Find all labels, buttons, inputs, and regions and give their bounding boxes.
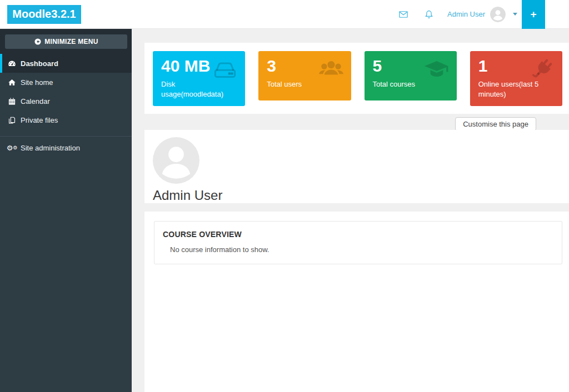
sidebar-item-label: Site home <box>21 78 53 87</box>
top-navbar: Moodle3.2.1 Admin User <box>0 0 569 29</box>
add-block-button[interactable]: + <box>522 0 545 29</box>
plug-icon <box>529 56 556 83</box>
sidebar-header: MINIMIZE MENU <box>0 29 132 54</box>
sidebar-admin-group: ⚙⚙ Site administration <box>0 136 132 157</box>
stat-card-online-users[interactable]: 1 Online users(last 5 minutes) <box>470 51 562 106</box>
sidebar-item-calendar[interactable]: Calendar <box>0 92 132 110</box>
sidebar-item-dashboard[interactable]: Dashboard <box>0 54 132 73</box>
stats-section: 40 MB Disk usage(moodledata) <box>144 43 569 114</box>
files-icon <box>7 116 17 124</box>
graduation-cap-icon <box>423 56 450 83</box>
dashboard-icon <box>7 59 17 68</box>
users-icon <box>318 56 345 83</box>
sidebar-item-label: Private files <box>21 116 58 124</box>
course-overview-title: COURSE OVERVIEW <box>163 230 553 239</box>
profile-name: Admin User <box>153 188 561 203</box>
user-menu-name[interactable]: Admin User <box>447 10 485 18</box>
course-overview-card: COURSE OVERVIEW No course information to… <box>154 221 562 264</box>
sidebar-item-label: Site administration <box>21 144 80 152</box>
sidebar-item-label: Calendar <box>21 97 50 105</box>
course-overview-section: COURSE OVERVIEW No course information to… <box>144 212 569 392</box>
course-overview-empty-message: No course information to show. <box>170 245 553 254</box>
gears-icon: ⚙⚙ <box>7 144 17 152</box>
stat-card-total-courses[interactable]: 5 Total courses <box>365 51 457 100</box>
main-content: 40 MB Disk usage(moodledata) <box>132 29 569 392</box>
page-actions-row: Customise this page <box>144 114 569 130</box>
sidebar-nav: MINIMIZE MENU Dashboard Site home <box>0 29 132 392</box>
profile-section: Admin User <box>144 130 569 203</box>
home-icon <box>7 78 17 87</box>
chevron-down-icon[interactable] <box>513 13 517 16</box>
navbar-right-cluster: Admin User + <box>398 0 569 28</box>
arrow-circle-left-icon <box>34 38 42 46</box>
notifications-icon[interactable] <box>424 9 434 19</box>
profile-avatar[interactable] <box>153 137 199 184</box>
sidebar-item-site-home[interactable]: Site home <box>0 73 132 92</box>
sidebar-item-label: Dashboard <box>21 59 58 68</box>
section-divider <box>144 203 569 212</box>
minimize-menu-label: MINIMIZE MENU <box>44 38 98 46</box>
minimize-menu-button[interactable]: MINIMIZE MENU <box>5 34 127 49</box>
user-avatar[interactable] <box>490 7 506 22</box>
sidebar-item-site-administration[interactable]: ⚙⚙ Site administration <box>0 138 132 157</box>
calendar-icon <box>7 97 17 105</box>
stat-card-total-users[interactable]: 3 Total users <box>258 51 351 100</box>
hdd-icon <box>212 56 238 83</box>
customise-page-button[interactable]: Customise this page <box>455 117 536 131</box>
stat-cards-row: 40 MB Disk usage(moodledata) <box>153 51 562 106</box>
moodle-logo[interactable]: Moodle3.2.1 <box>7 5 81 24</box>
sidebar-item-private-files[interactable]: Private files <box>0 110 132 129</box>
messages-icon[interactable] <box>398 9 408 19</box>
moodle-dashboard-page: Moodle3.2.1 Admin User <box>0 0 569 392</box>
stat-card-disk-usage[interactable]: 40 MB Disk usage(moodledata) <box>153 51 245 106</box>
